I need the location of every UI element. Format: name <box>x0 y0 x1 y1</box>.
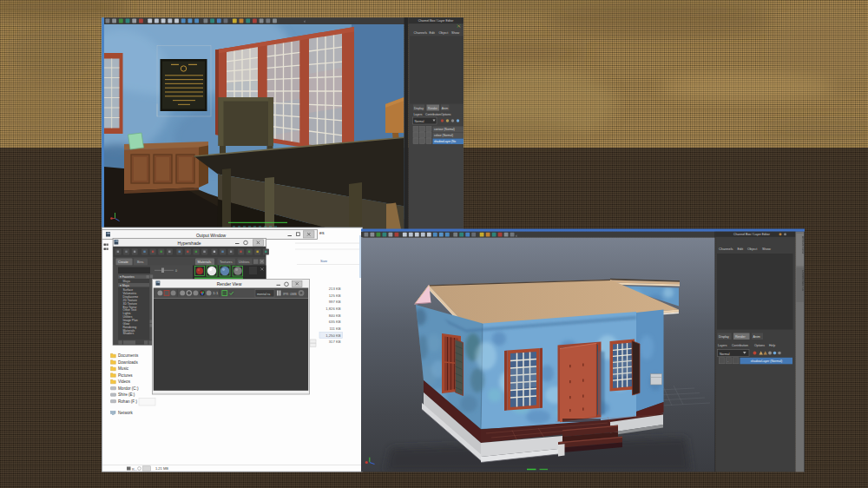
svg-text:Normal: Normal <box>415 120 424 123</box>
svg-text:Pictures: Pictures <box>118 373 133 378</box>
svg-text:▾ Maya: ▾ Maya <box>120 284 129 287</box>
svg-text:Help: Help <box>769 344 775 347</box>
svg-text:Channels: Channels <box>719 247 733 251</box>
svg-text:213 KB: 213 KB <box>329 287 341 291</box>
svg-text:Show: Show <box>762 247 771 251</box>
svg-text:Edit: Edit <box>430 31 435 35</box>
svg-text:Channel Box / Layer Editor: Channel Box / Layer Editor <box>418 19 454 23</box>
svg-text:Rohan (F:): Rohan (F:) <box>118 399 137 404</box>
svg-text:Mordor (C:): Mordor (C:) <box>118 386 139 391</box>
svg-text:colour (Normal): colour (Normal) <box>434 134 453 137</box>
svg-text:Materials: Materials <box>198 260 212 264</box>
svg-text:Textures: Textures <box>220 260 233 264</box>
svg-text:317 KB: 317 KB <box>329 340 341 344</box>
svg-text:Downloads: Downloads <box>118 360 138 365</box>
svg-text:Display: Display <box>719 335 729 339</box>
svg-text:1,826 KB: 1,826 KB <box>326 307 340 311</box>
svg-text:1:1: 1:1 <box>213 291 219 295</box>
svg-text:Maya: Maya <box>123 280 130 283</box>
svg-text:Show: Show <box>451 31 460 35</box>
svg-text:0: 0 <box>175 269 177 273</box>
svg-text:Options: Options <box>754 344 765 347</box>
svg-text:Network: Network <box>118 411 134 415</box>
svg-text:Channel Box / Layer Editor: Channel Box / Layer Editor <box>733 233 771 236</box>
svg-text:shadowLayer (No: shadowLayer (No <box>434 140 456 143</box>
svg-text:Render: Render <box>428 107 438 110</box>
svg-text:Display: Display <box>414 107 424 110</box>
svg-text:contour (Normal): contour (Normal) <box>434 128 455 131</box>
svg-text:1.21 MB: 1.21 MB <box>155 466 168 471</box>
svg-text:Output Window: Output Window <box>196 233 227 238</box>
svg-text:Options: Options <box>441 113 451 116</box>
svg-text:shadowLayer (Normal): shadowLayer (Normal) <box>751 359 782 363</box>
svg-text:IPR: 0MB: IPR: 0MB <box>283 293 297 296</box>
svg-text:Layers: Layers <box>718 344 727 347</box>
svg-text:Hypershade: Hypershade <box>178 241 201 246</box>
svg-text:Size: Size <box>320 259 328 263</box>
svg-text:Contribution: Contribution <box>732 344 748 347</box>
svg-text:Videos: Videos <box>118 379 131 384</box>
svg-text:Normal: Normal <box>720 353 730 356</box>
svg-text:es: es <box>319 230 325 235</box>
svg-text:R...: R... <box>132 468 137 472</box>
svg-text:840 KB: 840 KB <box>329 313 341 318</box>
svg-text:Object: Object <box>747 247 758 251</box>
svg-text:Create: Create <box>118 260 128 264</box>
svg-text:Shire (E:): Shire (E:) <box>118 392 135 397</box>
svg-text:Edit: Edit <box>738 247 745 251</box>
svg-text:‹: ‹ <box>304 18 306 23</box>
svg-text:Anim: Anim <box>442 107 449 110</box>
svg-text:635 KB: 635 KB <box>329 320 341 324</box>
svg-text:‹: ‹ <box>516 233 517 238</box>
svg-text:Contribution: Contribution <box>425 113 441 116</box>
svg-text:▾ Favorites: ▾ Favorites <box>120 275 135 279</box>
svg-text:997 KB: 997 KB <box>329 300 341 304</box>
svg-text:mental ra: mental ra <box>257 293 271 296</box>
svg-text:111 KB: 111 KB <box>329 326 340 331</box>
svg-text:Music: Music <box>118 366 129 371</box>
svg-text:Layers: Layers <box>414 113 423 116</box>
svg-text:Shaders: Shaders <box>123 332 135 335</box>
svg-text:1,250 KB: 1,250 KB <box>326 333 340 338</box>
svg-text:Channels: Channels <box>414 31 428 35</box>
svg-text:Object: Object <box>439 31 449 35</box>
svg-text:Render: Render <box>735 335 746 339</box>
svg-text:Documents: Documents <box>118 353 139 358</box>
svg-text:125 KB: 125 KB <box>329 293 341 298</box>
svg-text:Render View: Render View <box>217 281 242 287</box>
svg-text:Anim: Anim <box>753 335 760 339</box>
svg-text:Bins: Bins <box>137 260 144 264</box>
svg-text:Utilities: Utilities <box>239 260 250 264</box>
